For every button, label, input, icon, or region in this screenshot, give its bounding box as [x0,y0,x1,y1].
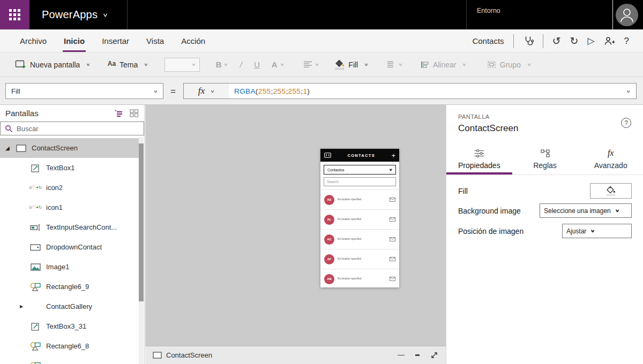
person-icon [616,4,638,26]
fx-button[interactable]: fx ∨ [183,83,229,99]
undo-icon[interactable]: ↺ [552,36,561,46]
top-app-bar: PowerApps ∨ Entorno [0,0,643,29]
fill-button[interactable]: Fill∨ [335,59,368,70]
grupo-button[interactable]: Grupo∨ [487,60,531,69]
tree-item-image1[interactable]: Image1 [0,257,139,277]
text-align-button[interactable]: ∨ [303,61,319,68]
contact-list-item[interactable]: AE No location specified [320,189,399,209]
font-color-button[interactable]: A∨ [272,60,284,69]
contact-location: No location specified [338,218,369,221]
phone-screen-preview[interactable]: CONTACTS + Contactos ∨ AE No location sp… [320,149,399,287]
tree-item-icon2[interactable]: ⊘♡+↻ icon2 [0,178,139,198]
tab-avanzado[interactable]: fx Avanzado [578,146,643,172]
mail-icon[interactable] [390,217,395,222]
tree-item-textbox1[interactable]: TextBox1 [0,158,139,178]
help-button[interactable]: ? [624,36,629,47]
tree-item-contactgallery[interactable]: ▶ ContactGallery [0,297,139,316]
italic-button[interactable]: / [240,60,242,69]
underline-button[interactable]: U [254,60,260,69]
equals-sign: = [170,86,176,97]
user-avatar[interactable] [616,4,638,26]
caret-collapsed-icon[interactable]: ▶ [20,304,26,309]
current-screen-chip[interactable]: ContactScreen [153,351,212,359]
mail-icon[interactable] [390,277,395,281]
avatar: AE [324,195,334,205]
sidebar-scrollbar[interactable] [139,137,144,364]
tree-item-rectangle6-9[interactable]: Rectangle6_9 [0,277,139,297]
design-canvas[interactable] [145,105,446,346]
search-input[interactable] [17,125,124,133]
app-name-label: Contacts [472,36,504,46]
thumbnail-view-icon[interactable] [130,109,139,117]
contact-location: No location specified [338,238,369,240]
search-icon [5,125,13,133]
menu-inicio[interactable]: Inicio [63,29,86,52]
mail-icon[interactable] [390,257,395,261]
app-launcher-button[interactable] [0,0,29,29]
theme-button[interactable]: Aa Tema∨ [108,60,148,69]
contact-list-item[interactable]: AL No location specified [320,209,399,229]
background-image-select[interactable]: Seleccione una imagen ∨ [540,203,632,218]
caret-expanded-icon[interactable]: ◢ [5,145,12,151]
preview-play-icon[interactable]: ▷ [587,35,594,47]
tree-item-textbox3-31[interactable]: TextBox3_31 [0,316,139,336]
formula-input[interactable]: RGBA(255;255;255;1) ∨ [229,83,637,99]
topbar-divider [612,0,613,29]
image-position-select[interactable]: Ajustar ∨ [562,224,632,238]
zoom-level-indicator[interactable] [415,354,420,356]
phone-app-title: CONTACTS [331,153,391,158]
align-lines-icon [303,61,312,68]
sidebar-scrollbar-thumb[interactable] [139,143,144,301]
tree-item-partial[interactable] [0,356,139,364]
brand-menu[interactable]: PowerApps ∨ [42,0,108,29]
zoom-out-icon[interactable] [398,355,405,356]
contacts-search-input[interactable] [327,180,393,184]
menu-insertar[interactable]: Insertar [101,29,130,52]
contact-list-item[interactable]: AC No location specified [320,229,399,249]
contact-list-item[interactable]: AB No location specified [320,269,399,289]
share-person-add-icon[interactable] [604,36,615,46]
menu-archivo[interactable]: Archivo [19,29,48,52]
shapes-icon [29,361,41,364]
fit-to-window-icon[interactable] [430,351,438,359]
canvas-footer: ContactScreen [145,346,446,364]
image-icon [29,263,41,271]
fill-color-button[interactable] [590,183,632,199]
new-screen-button[interactable]: Nueva pantalla∨ [15,60,91,69]
tree-item-dropdowncontact[interactable]: DropdownContact [0,237,139,257]
contact-list-item[interactable]: AF No location specified [320,249,399,269]
tab-reglas[interactable]: Reglas [512,146,578,172]
tree-item-textinputsearch[interactable]: TextInputSearchCont... [0,217,139,237]
contacts-book-icon[interactable] [324,153,331,158]
screens-search [0,122,144,135]
tab-propiedades[interactable]: Propiedades [446,146,512,172]
add-contact-button[interactable]: + [391,152,395,159]
align-objects-icon [421,61,429,69]
mail-icon[interactable] [390,198,395,202]
redo-icon[interactable]: ↻ [570,36,579,46]
mail-icon[interactable] [390,237,395,241]
vertical-align-button[interactable]: ∨ [387,61,402,68]
app-checker-icon[interactable] [523,36,534,46]
menu-vista[interactable]: Vista [145,29,165,52]
fill-bucket-icon [606,186,616,196]
chevron-down-icon: ∨ [590,229,595,233]
tree-item-contactscreen[interactable]: ◢ ContactScreen [0,138,139,158]
chevron-down-icon: ∨ [388,168,393,172]
tree-item-icon1[interactable]: ⊘♡+↻ icon1 [0,198,139,217]
property-selector[interactable]: Fill ∨ [5,83,163,99]
bold-button[interactable]: B∨ [216,60,228,69]
menu-accion[interactable]: Acción [180,29,206,52]
tree-view-icon[interactable] [114,110,123,117]
fill-bucket-icon [335,59,345,70]
contacts-dropdown[interactable]: Contactos ∨ [324,165,396,175]
avatar: AC [324,234,334,245]
alinear-button[interactable]: Alinear∨ [421,60,467,69]
avatar: AF [324,254,334,264]
font-size-combo[interactable]: ∨ [165,58,200,72]
formula-expand-chevron[interactable]: ∨ [626,89,631,93]
panel-help-button[interactable]: ? [621,118,631,128]
brand-label: PowerApps [42,9,98,21]
sliders-icon [474,149,485,158]
tree-item-rectangle6-8[interactable]: Rectangle6_8 [0,336,139,356]
